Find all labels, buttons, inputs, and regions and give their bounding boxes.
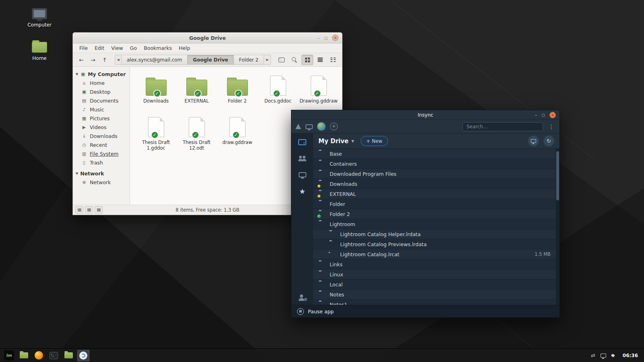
breadcrumb-folder-2[interactable]: Folder 2 [234, 55, 264, 65]
drive-row-lightroom-catalog-lrcat[interactable]: Lightroom Catalog.lrcat1.5 MB [313, 249, 559, 259]
drive-row-notes[interactable]: Notes [313, 290, 559, 300]
toggle-treeview-button[interactable] [85, 206, 93, 214]
toggle-places-button[interactable] [75, 206, 83, 214]
sync-tray-icon[interactable] [591, 352, 595, 358]
scrollbar-track[interactable] [556, 149, 559, 305]
back-button[interactable]: ← [76, 55, 87, 65]
sidebar-item-home[interactable]: ⌂Home [73, 78, 130, 87]
up-button[interactable]: ↑ [99, 55, 110, 65]
network-tray-icon[interactable] [601, 354, 606, 358]
drive-selector[interactable]: My Drive [318, 138, 354, 145]
sidebar-section-my-computer[interactable]: ▼ ▣ My Computer [73, 70, 130, 78]
devices-button[interactable] [528, 136, 539, 146]
breadcrumb-google-drive[interactable]: Google Drive [188, 55, 233, 65]
search-button[interactable] [289, 55, 300, 65]
clock[interactable]: 06:36 [623, 353, 638, 358]
file-item-drawing-gddraw[interactable]: Drawing.gddraw [298, 72, 339, 104]
file-item-docs-gddoc[interactable]: Docs.gddoc [258, 72, 298, 104]
sidebar-item-pictures[interactable]: ▦Pictures [73, 114, 130, 123]
drive-row-downloaded-program-files[interactable]: Downloaded Program Files [313, 169, 559, 179]
sidebar-item-documents[interactable]: ▤Documents [73, 96, 130, 105]
sidebar-item-desktop[interactable]: ▣Desktop [73, 87, 130, 96]
sidebar-shared-icon[interactable] [298, 156, 307, 162]
drive-row-downloads[interactable]: Downloads [313, 179, 559, 189]
drive-row-containers[interactable]: Containers [313, 159, 559, 169]
volume-tray-icon[interactable] [611, 353, 617, 358]
sidebar-item-file-system[interactable]: ▥File System [73, 149, 130, 158]
taskbar-insync-button[interactable] [77, 350, 89, 361]
drive-row-notes1[interactable]: Notes1 [313, 300, 559, 305]
sidebar-account-settings-icon[interactable] [298, 294, 306, 301]
minimize-button[interactable] [535, 113, 537, 117]
scrollbar-thumb[interactable] [556, 151, 559, 200]
maximize-button[interactable] [324, 36, 328, 40]
icon-view-button[interactable] [301, 55, 313, 65]
drive-row-external[interactable]: EXTERNAL [313, 189, 559, 199]
sidebar-my-drive-icon[interactable] [298, 139, 306, 145]
file-item-downloads[interactable]: Downloads [136, 72, 176, 104]
search-icon [291, 57, 297, 63]
file-item-draw-gddraw[interactable]: draw.gddraw [217, 114, 258, 151]
file-item-thesis-draft-12[interactable]: Thesis Draft 12.odt [176, 114, 217, 151]
menu-view[interactable]: View [108, 44, 126, 52]
sidebar-item-videos[interactable]: ▶Videos [73, 123, 130, 132]
sidebar-item-trash[interactable]: ▯Trash [73, 158, 130, 167]
menu-bookmarks[interactable]: Bookmarks [140, 44, 175, 52]
sidebar-devices-icon[interactable] [299, 172, 306, 177]
desktop-icon-home[interactable]: Home [23, 42, 56, 61]
drive-row-lightroom-catalog-previews[interactable]: Lightroom Catalog Previews.lrdata [313, 239, 559, 249]
breadcrumb-scroll-left-icon[interactable]: ◀ [115, 55, 122, 65]
open-terminal-button[interactable] [276, 55, 287, 65]
breadcrumb-account[interactable]: alex.syncs@gmail.com [122, 55, 188, 65]
menu-go[interactable]: Go [127, 44, 140, 52]
sidebar-item-music[interactable]: ♪Music [73, 105, 130, 114]
search-input[interactable] [462, 122, 543, 131]
close-button[interactable] [549, 112, 556, 118]
drive-file-list[interactable]: Base Containers Downloaded Program Files… [313, 149, 559, 305]
overflow-menu-icon[interactable]: ⋮ [547, 123, 555, 130]
sidebar-section-network[interactable]: ▼ Network [73, 169, 130, 178]
menu-help[interactable]: Help [175, 44, 194, 52]
drive-row-base[interactable]: Base [313, 149, 559, 159]
drive-row-folder[interactable]: Folder [313, 199, 559, 209]
drive-row-linux[interactable]: Linux [313, 269, 559, 280]
sidebar-item-recent[interactable]: ◷Recent [73, 140, 130, 149]
file-item-external[interactable]: EXTERNAL [176, 72, 217, 104]
list-view-button[interactable] [314, 55, 326, 65]
close-button[interactable] [332, 35, 339, 41]
maximize-button[interactable] [541, 113, 545, 117]
taskbar-files-button[interactable] [18, 350, 30, 361]
drive-row-lightroom-catalog-helper[interactable]: Lightroom Catalog Helper.lrdata [313, 229, 559, 239]
menu-file[interactable]: File [76, 44, 91, 52]
file-item-thesis-draft-1[interactable]: Thesis Draft 1.gddoc [136, 114, 176, 151]
taskbar-terminal-button[interactable] [47, 350, 60, 361]
breadcrumb-scroll-right-icon[interactable]: ▶ [264, 55, 271, 65]
window-title: Insync [291, 112, 559, 118]
add-account-button[interactable] [330, 123, 338, 130]
menu-edit[interactable]: Edit [91, 44, 107, 52]
this-computer-icon[interactable] [305, 124, 313, 129]
sidebar-item-network[interactable]: ⊕Network [73, 178, 130, 187]
insync-titlebar[interactable]: Insync [291, 110, 559, 120]
taskbar-file-manager-button[interactable] [62, 350, 74, 361]
account-avatar[interactable] [317, 122, 326, 131]
new-button[interactable]: + New [361, 136, 388, 146]
sidebar-starred-icon[interactable] [299, 188, 305, 195]
pause-icon[interactable] [297, 308, 304, 315]
sync-status-button[interactable] [543, 136, 554, 146]
file-item-folder-2[interactable]: Folder 2 [217, 72, 258, 104]
drive-row-links[interactable]: Links [313, 259, 559, 269]
minimize-button[interactable] [318, 36, 320, 40]
file-manager-titlebar[interactable]: Google Drive [73, 33, 342, 43]
menu-button[interactable] [3, 350, 15, 361]
drive-row-folder-2[interactable]: Folder 2 [313, 209, 559, 219]
pause-app-button[interactable]: Pause app [308, 309, 334, 315]
drive-row-local[interactable]: Local [313, 280, 559, 290]
drive-row-lightroom[interactable]: Lightroom [313, 219, 559, 229]
desktop-icon-computer[interactable]: Computer [23, 8, 56, 28]
taskbar-firefox-button[interactable] [33, 350, 45, 361]
sidebar-item-downloads[interactable]: ↓Downloads [73, 132, 130, 140]
toggle-sidebar-button[interactable] [95, 206, 103, 214]
compact-view-button[interactable] [327, 55, 339, 65]
forward-button[interactable]: → [88, 55, 98, 65]
